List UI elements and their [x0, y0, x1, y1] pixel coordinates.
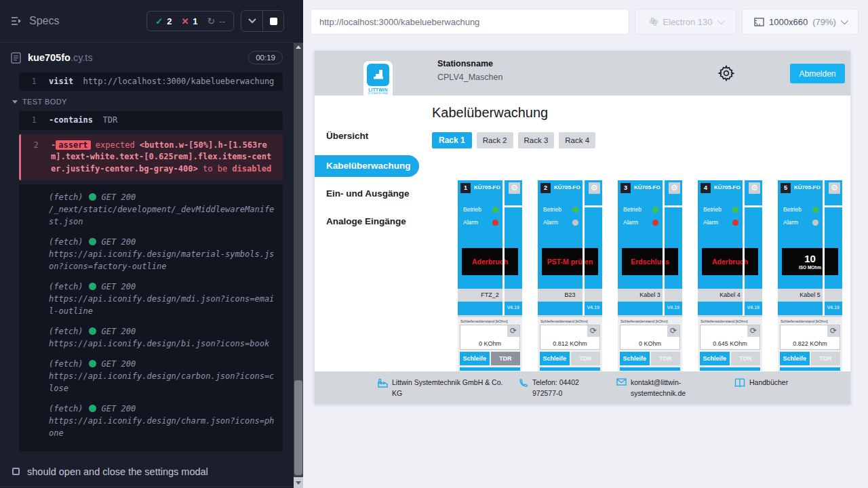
logout-button[interactable]: Abmelden: [790, 64, 845, 83]
alarm-label: Alarm: [623, 219, 638, 226]
version-text: V4.19: [587, 305, 599, 310]
card-gear-icon[interactable]: ⚙: [829, 182, 840, 194]
refresh-icon: ↻: [208, 16, 216, 26]
tdr-button[interactable]: TDR: [571, 352, 601, 365]
card-gear-icon[interactable]: ⚙: [749, 182, 760, 194]
schleife-button[interactable]: Schleife: [460, 352, 490, 365]
stop-tests-button[interactable]: [262, 11, 283, 31]
command-assert-failed[interactable]: 2 -assert expected <button.w-[50%].h-[1.…: [19, 134, 283, 180]
alarm-led-row: Alarm: [623, 219, 658, 226]
alarm-label: Alarm: [703, 219, 718, 226]
betrieb-led-row: Betrieb: [543, 206, 578, 213]
refresh-icon[interactable]: ⟳: [507, 325, 519, 337]
command-log: 1 visit http://localhost:3000/kabelueber…: [0, 73, 294, 451]
tdr-button[interactable]: TDR: [491, 352, 521, 365]
fetch-log-entry: (fetch)GET 200/_next/static/development/…: [19, 191, 276, 228]
schleife-button[interactable]: Schleife: [620, 352, 650, 365]
footer-item-3[interactable]: kontakt@littwin-systemtechnik.de: [616, 378, 719, 404]
tdr-button[interactable]: TDR: [811, 352, 841, 365]
schleife-button[interactable]: Schleife: [540, 352, 570, 365]
rack-tab-2[interactable]: Rack 2: [477, 132, 513, 148]
sidebar-item-2[interactable]: Kabelüberwachung: [315, 155, 419, 177]
browser-select[interactable]: Electron 130: [635, 9, 736, 35]
app-header: LITTWIN SYSTEMTECHNIK Stationsname CPLV4…: [315, 51, 850, 96]
factory-icon: [378, 378, 388, 404]
device-card-2: 2KÜ705-FO⚙BetriebAlarmPST-M prüfenB23V4.…: [538, 180, 602, 371]
fetch-status: GET 200: [102, 403, 136, 415]
stop-icon: [270, 18, 277, 25]
footer-text: Telefon: 04402 972577-0: [532, 378, 601, 404]
reporter-controls: [241, 10, 284, 32]
refresh-icon[interactable]: ⟳: [827, 325, 840, 337]
alarm-led-red: [732, 220, 738, 226]
aut-region: Electron 130 1000x660 (79%): [303, 0, 868, 488]
fetch-status: GET 200: [102, 325, 136, 338]
alarm-led-row: Alarm: [543, 219, 578, 226]
measurement-label: Schleifenwiderstand [kOhm]: [540, 319, 600, 323]
card-gear-icon[interactable]: ⚙: [509, 182, 520, 194]
tdr-button[interactable]: TDR: [651, 352, 681, 365]
viewport-ruler-icon: [754, 18, 764, 26]
footer-item-1[interactable]: Littwin Systemtechnik GmbH & Co. KG: [378, 378, 504, 404]
schleife-button[interactable]: Schleife: [700, 352, 730, 365]
led-indicators: BetriebAlarm: [538, 206, 578, 226]
footer-item-2[interactable]: Telefon: 04402 972577-0: [519, 378, 601, 404]
card-gear-icon[interactable]: ⚙: [589, 182, 600, 194]
stat-pending: ↻ --: [208, 16, 225, 26]
rack-tab-3[interactable]: Rack 3: [518, 132, 555, 148]
card-bottom-strip: [460, 367, 520, 371]
schleife-button[interactable]: Schleife: [780, 352, 810, 365]
viewport-select[interactable]: 1000x660 (79%): [742, 9, 859, 35]
specs-menu-icon[interactable]: [11, 16, 22, 26]
measurement-panel: Schleifenwiderstand [kOhm]⟳0.822 KOhmSch…: [778, 315, 842, 371]
sidebar-item-3[interactable]: Ein- und Ausgänge: [315, 188, 427, 199]
refresh-icon[interactable]: ⟳: [587, 325, 599, 337]
card-header: 1KÜ705-FO⚙: [458, 180, 522, 197]
card-device-title: KÜ705-FO: [474, 184, 500, 190]
card-buttons: SchleifeTDR: [540, 352, 600, 365]
betrieb-led-green: [732, 207, 738, 213]
command-contains[interactable]: 1 -contains TDR: [19, 111, 283, 129]
scroll-up-arrow-icon[interactable]: [296, 45, 301, 49]
measurement-panel: Schleifenwiderstand [kOhm]⟳0 KOhmSchleif…: [458, 315, 522, 371]
led-indicators: BetriebAlarm: [618, 206, 658, 226]
app-main: Kabelüberwachung Rack 1Rack 2Rack 3Rack …: [427, 96, 850, 371]
pending-test-row[interactable]: should open and close the settings modal: [0, 457, 294, 487]
spec-file-row[interactable]: kue705fo.cy.ts 00:19: [0, 43, 294, 73]
collapse-chevron-button[interactable]: [241, 11, 262, 31]
alarm-label: Alarm: [543, 219, 558, 226]
fetch-log-entry: (fetch)GET 200https://api.iconify.design…: [19, 325, 276, 350]
alarm-text: PST-M prüfen: [547, 258, 593, 266]
station-info: Stationsname CPLV4_Maschen: [437, 59, 502, 82]
status-ok-icon: [89, 360, 96, 367]
refresh-icon[interactable]: ⟳: [747, 325, 760, 337]
led-indicators: BetriebAlarm: [778, 206, 818, 226]
test-body-section-header[interactable]: TEST BODY: [12, 98, 283, 106]
measurement-panel: Schleifenwiderstand [kOhm]⟳0.812 KOhmSch…: [538, 315, 602, 371]
phone-icon: [519, 378, 528, 404]
assert-badge: assert: [56, 140, 90, 150]
scrollbar-thumb[interactable]: [294, 380, 302, 475]
settings-gear-icon[interactable]: [717, 64, 735, 82]
tdr-button[interactable]: TDR: [731, 352, 761, 365]
stat-failed: ✕ 1: [181, 16, 197, 26]
sidebar-item-1[interactable]: Übersicht: [315, 131, 427, 141]
status-display: Aderbruch: [462, 248, 518, 275]
scroll-down-arrow-icon: [296, 481, 301, 485]
url-input[interactable]: [311, 9, 629, 35]
rack-tab-4[interactable]: Rack 4: [559, 132, 595, 148]
rack-tab-1[interactable]: Rack 1: [432, 132, 472, 148]
reporter-scrollbar[interactable]: [294, 0, 303, 488]
command-visit[interactable]: 1 visit http://localhost:3000/kabelueber…: [19, 73, 283, 91]
betrieb-label: Betrieb: [703, 206, 722, 213]
reporter-header: Specs ✓ 2 ✕ 1 ↻ --: [0, 0, 294, 43]
scroll-down-cell[interactable]: [294, 477, 303, 488]
card-gear-icon[interactable]: ⚙: [669, 182, 680, 194]
measurement-panel: Schleifenwiderstand [kOhm]⟳0 KOhmSchleif…: [618, 315, 682, 371]
footer-item-4[interactable]: Handbücher: [734, 378, 809, 404]
email-icon: [616, 378, 627, 404]
sidebar-item-4[interactable]: Analoge Eingänge: [315, 216, 427, 226]
card-divider: [583, 180, 585, 316]
refresh-icon[interactable]: ⟳: [667, 325, 679, 337]
scrollbar-track[interactable]: [294, 43, 303, 488]
